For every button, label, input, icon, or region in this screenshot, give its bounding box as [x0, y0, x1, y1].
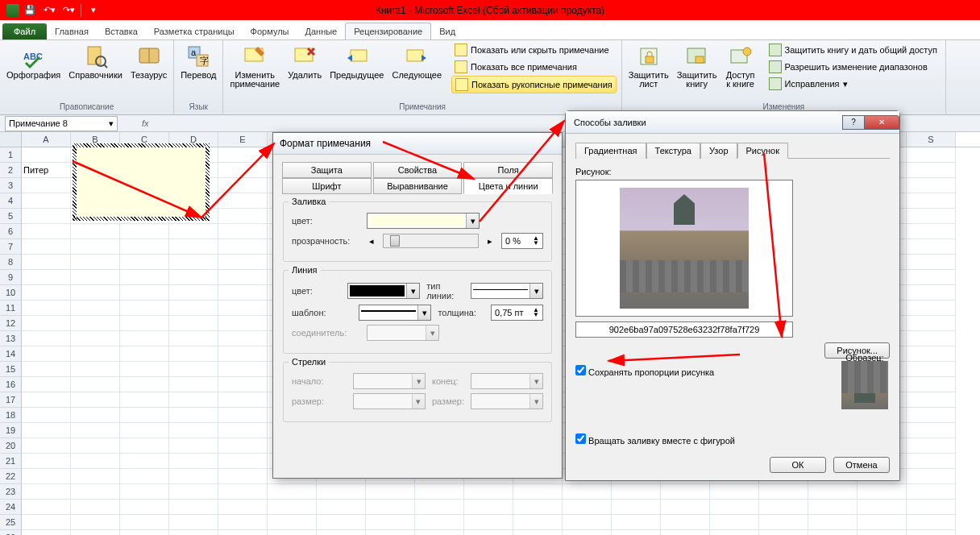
row-19[interactable]: 19 [0, 423, 22, 438]
edit-comment-button[interactable]: Изменить примечание [228, 42, 281, 90]
lock-aspect-checkbox[interactable]: Сохранять пропорции рисунка [575, 367, 714, 377]
cell-N25[interactable] [661, 515, 710, 530]
cell-E4[interactable] [218, 193, 268, 209]
tab-margins[interactable]: Поля [463, 162, 553, 178]
row-20[interactable]: 20 [0, 438, 22, 454]
col-A[interactable]: A [22, 132, 71, 147]
cell-S13[interactable] [907, 331, 956, 346]
qat-customize-icon[interactable]: ▾ [85, 2, 102, 19]
cell-S10[interactable] [907, 285, 956, 301]
cell-C13[interactable] [120, 331, 169, 346]
cell-K26[interactable] [513, 530, 563, 535]
cell-E14[interactable] [218, 346, 268, 362]
cell-C8[interactable] [120, 255, 169, 270]
row-25[interactable]: 25 [0, 515, 22, 530]
slider-left-icon[interactable]: ◂ [367, 236, 376, 247]
cell-A11[interactable] [22, 301, 71, 316]
cell-S9[interactable] [907, 270, 956, 285]
rotate-fill-input[interactable] [575, 433, 586, 444]
cell-E5[interactable] [218, 209, 268, 224]
cell-G25[interactable] [317, 515, 366, 530]
cell-L25[interactable] [563, 515, 612, 530]
cell-D22[interactable] [169, 469, 218, 484]
show-all-comments-button[interactable]: Показать все примечания [451, 59, 617, 75]
cell-A12[interactable] [22, 316, 71, 331]
cell-Q25[interactable] [808, 515, 858, 530]
cell-O23[interactable] [710, 484, 759, 500]
cell-D12[interactable] [169, 316, 218, 331]
cell-E11[interactable] [218, 301, 268, 316]
cell-A16[interactable] [22, 377, 71, 392]
protect-workbook-button[interactable]: Защитить книгу [675, 42, 719, 90]
cell-C25[interactable] [120, 515, 169, 530]
fx-icon[interactable]: fx [142, 118, 149, 128]
cell-D21[interactable] [169, 454, 218, 469]
cell-A1[interactable] [22, 147, 71, 163]
cell-E6[interactable] [218, 224, 268, 239]
tab-alignment[interactable]: Выравнивание [373, 178, 463, 194]
cell-D16[interactable] [169, 377, 218, 392]
cell-A7[interactable] [22, 239, 71, 255]
cell-D7[interactable] [169, 239, 218, 255]
row-11[interactable]: 11 [0, 301, 22, 316]
cell-S22[interactable] [907, 469, 956, 484]
cell-B11[interactable] [71, 301, 120, 316]
cell-A5[interactable] [22, 209, 71, 224]
row-4[interactable]: 4 [0, 193, 22, 209]
cell-E8[interactable] [218, 255, 268, 270]
cell-D19[interactable] [169, 423, 218, 438]
cell-Q26[interactable] [808, 530, 858, 535]
cell-A23[interactable] [22, 484, 71, 500]
col-E[interactable]: E [218, 132, 268, 147]
tab-formulas[interactable]: Формулы [243, 23, 297, 39]
tab-home[interactable]: Главная [47, 23, 97, 39]
cell-S18[interactable] [907, 408, 956, 423]
tab-insert[interactable]: Вставка [97, 23, 146, 39]
cell-C14[interactable] [120, 346, 169, 362]
row-2[interactable]: 2 [0, 163, 22, 178]
cell-C23[interactable] [120, 484, 169, 500]
tab-picture[interactable]: Рисунок [737, 143, 789, 159]
spelling-button[interactable]: ABC Орфография [5, 42, 62, 81]
cell-C6[interactable] [120, 224, 169, 239]
cell-O24[interactable] [710, 500, 759, 515]
cell-G24[interactable] [317, 500, 366, 515]
slider-right-icon[interactable]: ▸ [485, 236, 495, 247]
cell-H23[interactable] [366, 484, 415, 500]
cell-F23[interactable] [268, 484, 317, 500]
cell-D26[interactable] [169, 530, 218, 535]
cell-H24[interactable] [366, 500, 415, 515]
row-7[interactable]: 7 [0, 239, 22, 255]
cell-S16[interactable] [907, 377, 956, 392]
cell-B6[interactable] [71, 224, 120, 239]
cell-P26[interactable] [759, 530, 808, 535]
cell-S15[interactable] [907, 362, 956, 377]
cell-G23[interactable] [317, 484, 366, 500]
cell-A18[interactable] [22, 408, 71, 423]
row-24[interactable]: 24 [0, 500, 22, 515]
cell-J24[interactable] [464, 500, 513, 515]
cell-E22[interactable] [218, 469, 268, 484]
cell-E2[interactable] [218, 163, 268, 178]
cell-S11[interactable] [907, 301, 956, 316]
cell-R25[interactable] [858, 515, 907, 530]
cell-J25[interactable] [464, 515, 513, 530]
cell-N24[interactable] [661, 500, 710, 515]
row-18[interactable]: 18 [0, 408, 22, 423]
name-box[interactable]: Примечание 8▾ [5, 116, 118, 131]
cell-B15[interactable] [71, 362, 120, 377]
cell-F26[interactable] [268, 530, 317, 535]
cell-S19[interactable] [907, 423, 956, 438]
cell-A3[interactable] [22, 178, 71, 193]
track-changes-button[interactable]: Исправления ▾ [766, 76, 941, 92]
row-14[interactable]: 14 [0, 346, 22, 362]
cell-P24[interactable] [759, 500, 808, 515]
cell-H26[interactable] [366, 530, 415, 535]
cell-B17[interactable] [71, 392, 120, 408]
cell-S12[interactable] [907, 316, 956, 331]
cell-D8[interactable] [169, 255, 218, 270]
toggle-comment-button[interactable]: Показать или скрыть примечание [451, 42, 617, 58]
cell-B13[interactable] [71, 331, 120, 346]
cell-Q24[interactable] [808, 500, 858, 515]
help-button[interactable]: ? [842, 115, 865, 130]
